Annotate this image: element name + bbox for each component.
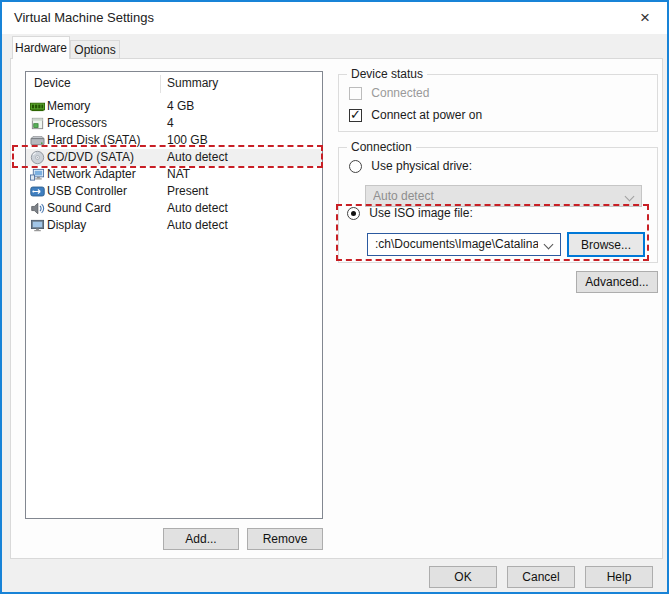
- connected-row: Connected: [349, 86, 429, 101]
- tab-options[interactable]: Options: [70, 40, 120, 59]
- column-separator: [160, 75, 161, 93]
- device-status-group-label: Device status: [347, 67, 427, 81]
- device-row-hard-disk-sata[interactable]: Hard Disk (SATA) 100 GB: [26, 132, 322, 149]
- connected-label: Connected: [371, 86, 429, 100]
- cd-icon: [30, 150, 45, 165]
- device-row-memory[interactable]: Memory 4 GB: [26, 98, 322, 115]
- device-row-usb-controller[interactable]: USB Controller Present: [26, 183, 322, 200]
- hard-disk-icon: [30, 133, 45, 148]
- connect-at-power-on-row[interactable]: ✓ Connect at power on: [349, 108, 482, 123]
- iso-path-combobox[interactable]: :ch\Documents\Image\Catalina.iso: [367, 233, 561, 256]
- column-header-device: Device: [34, 76, 71, 90]
- close-icon[interactable]: ×: [633, 6, 657, 30]
- device-list: Device Summary Memory 4 GB Processors 4 …: [25, 71, 323, 519]
- processor-icon: [30, 116, 45, 131]
- titlebar: Virtual Machine Settings ×: [2, 2, 667, 34]
- connected-checkbox: [349, 87, 362, 100]
- physical-drive-select-value: Auto detect: [373, 186, 619, 207]
- connect-at-power-on-checkbox[interactable]: ✓: [349, 109, 362, 122]
- ok-button[interactable]: OK: [429, 566, 497, 588]
- device-row-display[interactable]: Display Auto detect: [26, 217, 322, 234]
- window-title: Virtual Machine Settings: [14, 2, 154, 34]
- device-row-processors[interactable]: Processors 4: [26, 115, 322, 132]
- cancel-button[interactable]: Cancel: [507, 566, 575, 588]
- usb-icon: [30, 184, 45, 199]
- device-rows: Memory 4 GB Processors 4 Hard Disk (SATA…: [26, 98, 322, 234]
- radio-dot: [351, 211, 356, 216]
- connect-at-power-on-label: Connect at power on: [371, 108, 482, 122]
- check-icon: ✓: [350, 107, 361, 122]
- display-icon: [30, 218, 45, 233]
- add-device-button[interactable]: Add...: [163, 528, 239, 550]
- use-physical-drive-label: Use physical drive:: [371, 159, 472, 173]
- tab-hardware[interactable]: Hardware: [12, 36, 70, 59]
- chevron-down-icon[interactable]: [544, 240, 554, 250]
- advanced-button[interactable]: Advanced...: [576, 271, 658, 293]
- vm-settings-dialog: Virtual Machine Settings × Hardware Opti…: [0, 0, 669, 594]
- chevron-down-icon: [625, 192, 635, 202]
- device-row-sound-card[interactable]: Sound Card Auto detect: [26, 200, 322, 217]
- use-iso-row[interactable]: Use ISO image file:: [347, 206, 473, 221]
- hardware-tab-page: Device Summary Memory 4 GB Processors 4 …: [10, 58, 663, 559]
- memory-icon: [30, 99, 45, 114]
- sound-icon: [30, 201, 45, 216]
- help-button[interactable]: Help: [585, 566, 653, 588]
- iso-path-value: :ch\Documents\Image\Catalina.iso: [375, 234, 538, 255]
- browse-button[interactable]: Browse...: [567, 232, 645, 257]
- physical-drive-select: Auto detect: [365, 185, 642, 207]
- device-list-header: Device Summary: [26, 72, 322, 96]
- remove-device-button[interactable]: Remove: [247, 528, 323, 550]
- use-physical-drive-radio[interactable]: [349, 160, 362, 173]
- device-status-group: Device status Connected ✓ Connect at pow…: [338, 74, 658, 132]
- device-row-network-adapter[interactable]: Network Adapter NAT: [26, 166, 322, 183]
- use-iso-radio[interactable]: [347, 207, 360, 220]
- connection-group: Connection Use physical drive: Auto dete…: [338, 147, 658, 263]
- device-row-cd-dvd-sata[interactable]: CD/DVD (SATA) Auto detect: [26, 149, 322, 166]
- use-physical-drive-row[interactable]: Use physical drive:: [349, 159, 472, 174]
- use-iso-label: Use ISO image file:: [369, 206, 472, 220]
- column-header-summary: Summary: [167, 76, 218, 90]
- connection-group-label: Connection: [347, 140, 416, 154]
- network-icon: [30, 167, 45, 182]
